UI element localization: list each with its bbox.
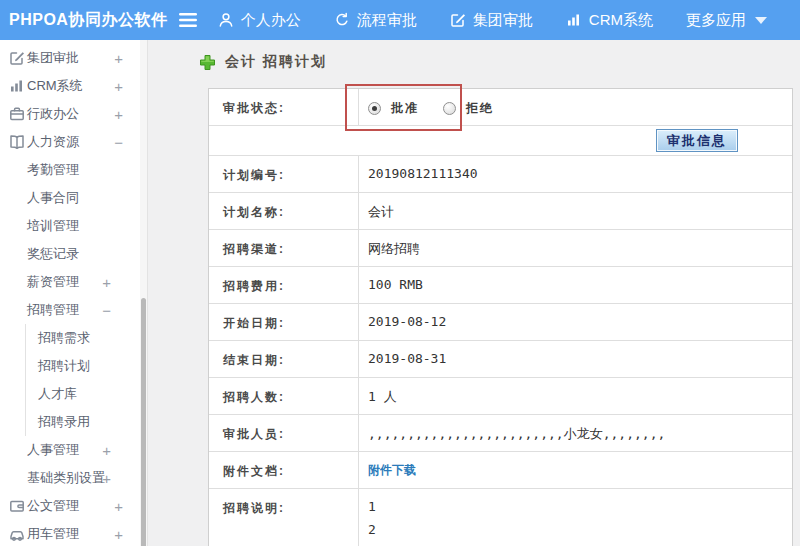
chart-icon — [9, 78, 25, 97]
sidebar-item-salary[interactable]: 薪资管理+ — [0, 268, 140, 296]
plan-number-label: 计划编号: — [209, 156, 359, 192]
form-row-headcount: 招聘人数:1 人 — [209, 378, 792, 415]
edit-icon — [9, 50, 25, 69]
status-row: 审批状态: 批准 拒绝 — [209, 89, 792, 126]
page-title-row: 会计 招聘计划 — [199, 53, 327, 71]
hamburger-icon[interactable] — [176, 0, 200, 40]
start-date-value: 2019-08-12 — [359, 304, 792, 340]
approvers-value: ,,,,,,,,,,,,,,,,,,,,,,,,,小龙女,,,,,,,, — [359, 415, 792, 451]
expand-plus-icon[interactable]: + — [114, 498, 123, 515]
chart-icon — [566, 12, 582, 28]
sidebar-item-label: 奖惩记录 — [0, 245, 79, 263]
reject-radio-label[interactable]: 拒绝 — [466, 100, 494, 117]
attachment-value: 附件下载 — [359, 452, 792, 488]
sidebar-item-label: 招聘需求 — [26, 329, 90, 347]
nav-item-crm-system[interactable]: CRM系统 — [566, 11, 653, 30]
expand-plus-icon[interactable]: + — [102, 442, 111, 459]
navbar-menu: 个人办公流程审批集团审批CRM系统更多应用 — [218, 11, 800, 30]
end-date-label: 结束日期: — [209, 341, 359, 377]
sidebar: 集团审批+CRM系统+行政办公+人力资源−考勤管理人事合同培训管理奖惩记录薪资管… — [0, 40, 148, 546]
briefcase-icon — [9, 106, 25, 125]
reject-radio[interactable] — [443, 102, 456, 115]
expand-plus-icon[interactable]: + — [102, 470, 111, 487]
nav-item-process-approval[interactable]: 流程审批 — [334, 11, 417, 30]
nav-item-more-apps[interactable]: 更多应用 — [686, 11, 767, 30]
form-row-recruit-note: 招聘说明:1 2 — [209, 489, 792, 546]
headcount-value: 1 人 — [359, 378, 792, 414]
recruit-note-label: 招聘说明: — [209, 489, 359, 546]
sidebar-item-attendance[interactable]: 考勤管理 — [0, 156, 140, 184]
nav-item-label: CRM系统 — [589, 11, 653, 30]
expand-plus-icon[interactable]: + — [114, 50, 123, 67]
recruit-note-value: 1 2 — [359, 489, 792, 546]
expand-plus-icon[interactable]: + — [114, 78, 123, 95]
nav-item-label: 流程审批 — [357, 11, 417, 30]
recruit-channel-label: 招聘渠道: — [209, 230, 359, 266]
recruit-channel-value: 网络招聘 — [359, 230, 792, 266]
sidebar-item-label: 人事合同 — [0, 189, 79, 207]
edit-icon — [450, 12, 466, 28]
collapse-minus-icon[interactable]: − — [102, 302, 111, 319]
sidebar-item-recruit-hire[interactable]: 招聘录用 — [25, 408, 140, 436]
main-content: 会计 招聘计划 审批状态: 批准 拒绝 审批信息 计划编号:2019081211… — [149, 40, 800, 546]
sidebar-item-label: 人才库 — [26, 385, 77, 403]
form-row-attachment: 附件文档:附件下载 — [209, 452, 792, 489]
nav-item-label: 更多应用 — [686, 11, 746, 30]
sidebar-item-label: 薪资管理 — [0, 273, 79, 291]
folder-icon — [9, 498, 25, 517]
sidebar-item-personnel-mgmt[interactable]: 人事管理+ — [0, 436, 140, 464]
sidebar-item-recruit-demand[interactable]: 招聘需求 — [25, 324, 140, 352]
add-plus-icon — [199, 54, 216, 71]
sidebar-item-training[interactable]: 培训管理 — [0, 212, 140, 240]
headcount-label: 招聘人数: — [209, 378, 359, 414]
car-icon — [9, 526, 25, 545]
sidebar-item-rewards-punishments[interactable]: 奖惩记录 — [0, 240, 140, 268]
start-date-label: 开始日期: — [209, 304, 359, 340]
approve-radio-label[interactable]: 批准 — [391, 100, 419, 117]
sidebar-item-personnel-contract[interactable]: 人事合同 — [0, 184, 140, 212]
sidebar-scrollbar-thumb[interactable] — [141, 298, 146, 546]
approval-radio-group: 批准 拒绝 — [368, 99, 792, 117]
sidebar-item-label: 招聘计划 — [26, 357, 90, 375]
form-row-plan-name: 计划名称:会计 — [209, 193, 792, 230]
sidebar-item-label: 招聘录用 — [26, 413, 90, 431]
sidebar-item-base-category[interactable]: 基础类别设置+ — [0, 464, 140, 492]
recruitment-plan-panel: 审批状态: 批准 拒绝 审批信息 计划编号:20190812111340计划名称… — [208, 88, 793, 546]
sidebar-item-human-resources[interactable]: 人力资源− — [0, 128, 140, 156]
approval-info-button[interactable]: 审批信息 — [656, 129, 738, 152]
sidebar-item-crm-system[interactable]: CRM系统+ — [0, 72, 140, 100]
collapse-minus-icon[interactable]: − — [114, 134, 123, 151]
process-icon — [334, 12, 350, 28]
nav-item-group-approval[interactable]: 集团审批 — [450, 11, 533, 30]
sidebar-item-admin-office[interactable]: 行政办公+ — [0, 100, 140, 128]
expand-plus-icon[interactable]: + — [114, 106, 123, 123]
nav-item-label: 个人办公 — [241, 11, 301, 30]
app-logo: PHPOA协同办公软件 — [0, 10, 176, 31]
end-date-value: 2019-08-31 — [359, 341, 792, 377]
sidebar-item-talent-pool[interactable]: 人才库 — [25, 380, 140, 408]
form-row-plan-number: 计划编号:20190812111340 — [209, 156, 792, 193]
form-row-approvers: 审批人员:,,,,,,,,,,,,,,,,,,,,,,,,,小龙女,,,,,,,… — [209, 415, 792, 452]
sidebar-item-group-approval[interactable]: 集团审批+ — [0, 44, 140, 72]
plan-name-label: 计划名称: — [209, 193, 359, 229]
sidebar-item-recruit-plan[interactable]: 招聘计划 — [25, 352, 140, 380]
sidebar-item-recruitment[interactable]: 招聘管理− — [0, 296, 140, 324]
sidebar-item-vehicle-mgmt[interactable]: 用车管理+ — [0, 520, 140, 546]
sidebar-item-label: 基础类别设置 — [0, 469, 105, 487]
nav-item-personal-office[interactable]: 个人办公 — [218, 11, 301, 30]
plan-number-value: 20190812111340 — [359, 156, 792, 192]
expand-plus-icon[interactable]: + — [114, 526, 123, 543]
top-navbar: PHPOA协同办公软件 个人办公流程审批集团审批CRM系统更多应用 — [0, 0, 800, 40]
status-label: 审批状态: — [209, 89, 359, 125]
plan-name-value: 会计 — [359, 193, 792, 229]
form-row-end-date: 结束日期:2019-08-31 — [209, 341, 792, 378]
attachment-download-link[interactable]: 附件下载 — [368, 463, 416, 477]
button-row: 审批信息 — [209, 126, 792, 156]
approve-radio[interactable] — [368, 102, 381, 115]
sidebar-scrollbar-track — [140, 40, 147, 546]
form-row-recruit-cost: 招聘费用:100 RMB — [209, 267, 792, 304]
book-icon — [9, 134, 25, 153]
expand-plus-icon[interactable]: + — [102, 274, 111, 291]
sidebar-item-document-mgmt[interactable]: 公文管理+ — [0, 492, 140, 520]
attachment-label: 附件文档: — [209, 452, 359, 488]
